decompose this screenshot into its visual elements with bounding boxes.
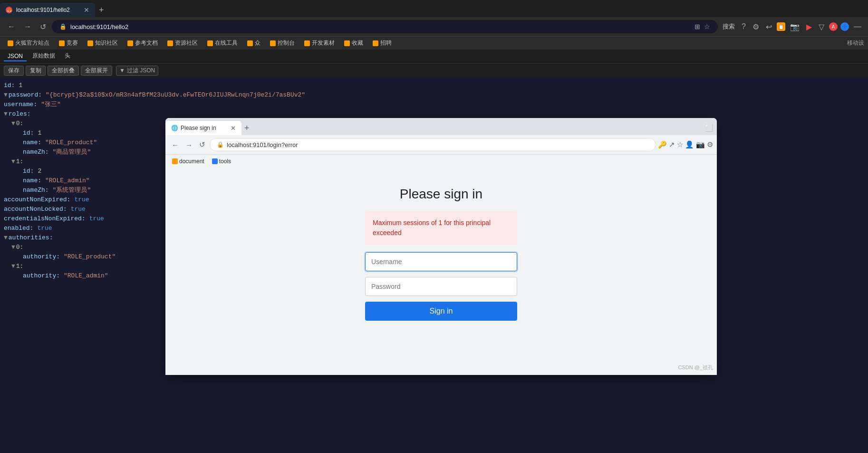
floating-tab[interactable]: 🌐 Please sign in ✕ (165, 121, 241, 135)
history-icon[interactable]: ↩ (764, 21, 774, 32)
tab-bar: 🦊 localhost:9101/hello2 ✕ + (0, 0, 868, 17)
back-button[interactable]: ← (5, 21, 18, 32)
collapse-roles-1[interactable]: ▼ (11, 157, 15, 167)
login-page: Please sign in Maximum sessions of 1 for… (165, 167, 717, 375)
error-box: Maximum sessions of 1 for this principal… (365, 211, 517, 245)
floating-tab-title: Please sign in (181, 125, 228, 131)
bookmark-zaixian[interactable]: 在线工具 (203, 38, 241, 48)
floating-tab-favicon: 🌐 (171, 125, 178, 131)
minimize-button[interactable]: — (852, 21, 863, 32)
bookmark-kongzhitai[interactable]: 控制台 (266, 38, 299, 48)
bookmark-icon-zaixian (207, 40, 213, 46)
json-value-roles-0-name: "ROLE_product" (45, 138, 97, 148)
sign-in-button[interactable]: Sign in (365, 302, 517, 321)
json-key-roles-1-namezh: nameZh: (23, 186, 49, 195)
floating-tab-close[interactable]: ✕ (231, 125, 236, 132)
active-tab[interactable]: 🦊 localhost:9101/hello2 ✕ (0, 3, 95, 17)
mobile-devices-label: 移动设 (847, 39, 864, 47)
json-value-roles-1-name: "ROLE_admin" (45, 176, 90, 186)
floating-bookmark-tools[interactable]: tools (209, 158, 234, 165)
json-key-roles-0-id: id: (23, 128, 34, 138)
tab-close-button[interactable]: ✕ (84, 6, 89, 14)
json-value-accountnonlocked: true (71, 205, 86, 214)
bookmark-kaifa[interactable]: 开发素材 (300, 38, 338, 48)
bookmark-label-zhong: 众 (255, 39, 260, 47)
json-value-roles-1-id: 2 (38, 167, 41, 176)
collapse-auth-0[interactable]: ▼ (11, 243, 15, 252)
address-bar-row: ← → ↺ 🔒 ⊞ ☆ 搜索 ? ⚙ ↩ 📋 📷 ▶ ▽ A 👤 — (0, 17, 868, 36)
floating-new-tab-button[interactable]: + (244, 123, 250, 133)
floating-bookmark-document[interactable]: document (169, 158, 207, 165)
ext4-icon[interactable]: ▽ (817, 21, 826, 32)
toolbar-icons: 搜索 ? ⚙ ↩ 📋 📷 ▶ ▽ A 👤 — (721, 21, 863, 32)
copy-button[interactable]: 复制 (26, 66, 46, 76)
password-input[interactable] (365, 277, 517, 296)
json-actions-bar: 保存 复制 全部折叠 全部展开 ▼ 过滤 JSON (0, 64, 868, 77)
collapse-all-button[interactable]: 全部折叠 (48, 66, 79, 76)
collapse-roles-0[interactable]: ▼ (11, 119, 15, 128)
bookmark-icon-kaifa (304, 40, 310, 46)
bookmark-label-shoucang: 收藏 (352, 39, 363, 47)
json-line-roles: ▼ roles: (4, 109, 864, 119)
floating-forward-button[interactable]: → (183, 140, 195, 150)
floating-address-input[interactable] (227, 141, 649, 148)
ext5-icon[interactable]: A (829, 22, 838, 31)
bookmark-zhong[interactable]: 众 (243, 38, 264, 48)
floating-maximize-button[interactable]: ⬜ (701, 124, 717, 132)
bookmark-jingsai[interactable]: 竞赛 (55, 38, 82, 48)
bookmarks-bar: 火狐官方站点 竞赛 知识社区 参考文档 资源社区 在线工具 众 控制台 (0, 36, 868, 49)
bookmark-label-zhishi: 知识社区 (95, 39, 118, 47)
floating-screenshot-icon[interactable]: 📷 (696, 140, 705, 149)
floating-settings-icon[interactable]: ⚙ (707, 140, 713, 149)
json-value-credentialsnonexpired: true (89, 214, 104, 224)
address-bar[interactable]: 🔒 ⊞ ☆ (52, 20, 718, 33)
ext3-icon[interactable]: ▶ (804, 21, 814, 32)
ext1-icon[interactable]: 📋 (777, 22, 785, 31)
save-button[interactable]: 保存 (4, 66, 24, 76)
help-icon[interactable]: ? (740, 21, 748, 32)
collapse-roles[interactable]: ▼ (4, 109, 8, 119)
ext2-icon[interactable]: 📷 (788, 21, 801, 32)
forward-button[interactable]: → (21, 21, 34, 32)
error-message: Maximum sessions of 1 for this principal… (373, 218, 510, 238)
address-input[interactable] (70, 23, 691, 30)
json-key-auth-0-authority: authority: (23, 252, 60, 262)
tab-headers[interactable]: 头 (61, 51, 74, 62)
collapse-auth-1[interactable]: ▼ (11, 262, 15, 271)
tab-raw-data[interactable]: 原始数据 (29, 51, 59, 62)
floating-key-icon[interactable]: 🔑 (658, 140, 667, 149)
collapse-authorities[interactable]: ▼ (4, 233, 8, 243)
bookmark-zhaopin[interactable]: 招聘 (369, 38, 395, 48)
star-icon[interactable]: ☆ (704, 23, 710, 30)
bookmark-label-cankao: 参考文档 (135, 39, 158, 47)
profile-icon[interactable]: 👤 (840, 22, 849, 31)
json-value-accountnonexpired: true (74, 195, 89, 205)
expand-all-button[interactable]: 全部展开 (81, 66, 112, 76)
collapse-password[interactable]: ▼ (4, 90, 8, 100)
json-line-id: id: 1 (4, 81, 864, 90)
floating-address-bar[interactable]: 🔒 (210, 138, 656, 151)
qr-icon[interactable]: ⊞ (694, 23, 700, 30)
floating-back-button[interactable]: ← (169, 140, 181, 150)
floating-share-icon[interactable]: ↗ (669, 140, 675, 149)
floating-bookmark-label-document: document (179, 158, 204, 165)
floating-browser-window: 🌐 Please sign in ✕ + ⬜ ← → ↺ 🔒 🔑 ↗ ☆ 👤 📷… (165, 118, 717, 375)
json-filter[interactable]: ▼ 过滤 JSON (116, 66, 158, 76)
floating-refresh-button[interactable]: ↺ (197, 139, 208, 150)
refresh-button[interactable]: ↺ (37, 21, 49, 32)
bookmark-huhu[interactable]: 火狐官方站点 (4, 38, 53, 48)
bookmark-cankao[interactable]: 参考文档 (124, 38, 162, 48)
username-input[interactable] (365, 252, 517, 271)
filter-icon: ▼ (119, 67, 125, 74)
login-title: Please sign in (365, 187, 517, 202)
json-value-password: "{bcrypt}$2a$10$xO/mR3n4afBfM23uU3dv.eFw… (46, 90, 305, 100)
floating-profile-icon[interactable]: 👤 (685, 140, 694, 149)
new-tab-button[interactable]: + (99, 5, 104, 15)
floating-star-icon[interactable]: ☆ (677, 140, 683, 149)
tab-json[interactable]: JSON (4, 52, 27, 61)
bookmark-ziyuan[interactable]: 资源社区 (164, 38, 202, 48)
json-key-roles-1-name: name: (23, 176, 41, 186)
bookmark-zhishi[interactable]: 知识社区 (84, 38, 122, 48)
settings-icon[interactable]: ⚙ (751, 21, 761, 32)
bookmark-shoucang[interactable]: 收藏 (340, 38, 367, 48)
